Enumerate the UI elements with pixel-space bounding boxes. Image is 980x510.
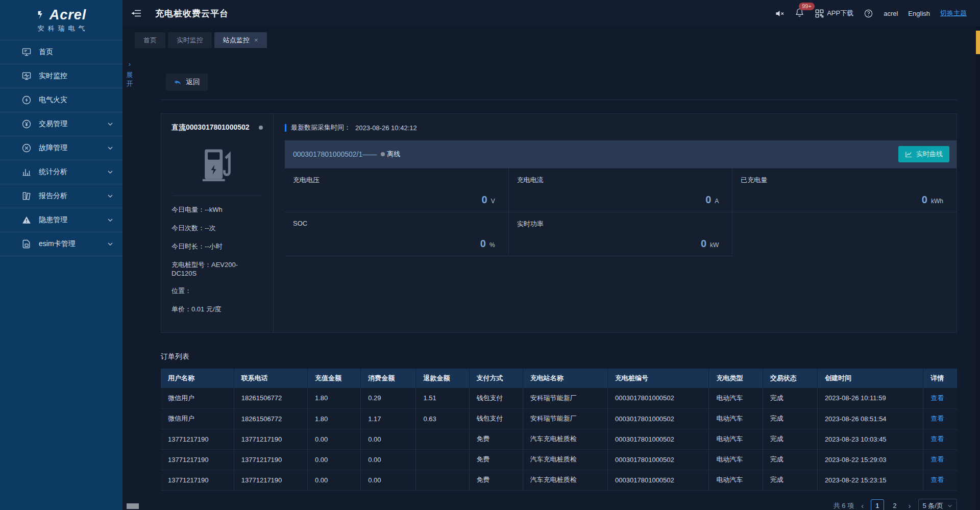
table-cell: 电动汽车 — [709, 470, 763, 490]
esim-icon — [21, 239, 32, 249]
metric-cell: 实时功率0kW — [509, 212, 733, 256]
tab-realtime[interactable]: 实时监控 — [168, 32, 212, 48]
table-cell — [416, 470, 469, 490]
table-cell: 电动汽车 — [709, 449, 763, 470]
theme-switch-link[interactable]: 切换主题 — [940, 9, 967, 18]
metric-label: 充电电压 — [293, 176, 495, 185]
acrel-logo-icon — [36, 9, 47, 20]
metric-unit: % — [489, 241, 495, 249]
stat-value: --kWh — [205, 206, 223, 213]
tab-station-monitor[interactable]: 站点监控× — [214, 32, 267, 48]
device-stat-line: 今日次数：--次 — [172, 224, 263, 233]
back-button[interactable]: 返回 — [166, 74, 208, 91]
device-stats: 今日电量：--kWh今日次数：--次今日时长：--小时充电桩型号：AEV200-… — [172, 205, 263, 314]
orders-header-row: 用户名称联系电话充值金额消费金额退款金额支付方式充电站名称充电桩编号充电类型交易… — [161, 369, 957, 388]
sidebar-expand-control[interactable]: › 展开 — [126, 60, 134, 88]
table-cell: 13771217190 — [234, 449, 307, 470]
table-cell: 完成 — [763, 429, 817, 449]
sidebar-item-transaction[interactable]: 交易管理 — [0, 112, 122, 136]
fault-icon — [21, 143, 32, 153]
prev-page-button[interactable]: ‹ — [860, 502, 865, 510]
pagination: 共 6 项 ‹ 12 › 5 条/页 — [161, 499, 957, 510]
table-row: 微信用户182615067721.800.291.51钱包支付安科瑞节能新厂00… — [161, 388, 957, 408]
sidebar-item-electric-fire[interactable]: 电气火灾 — [0, 88, 122, 112]
metric-label: 已充电量 — [741, 176, 943, 185]
horizontal-scrollbar-thumb[interactable] — [127, 503, 139, 509]
stat-value: 0.01 元/度 — [191, 305, 222, 313]
table-cell: 汽车充电桩质检 — [523, 429, 607, 449]
table-cell: 1.51 — [416, 388, 469, 408]
sidebar-item-esim[interactable]: esim卡管理 — [0, 232, 122, 256]
metric-value: 0 — [922, 194, 927, 205]
expand-label: 展开 — [127, 71, 133, 87]
language-switch[interactable]: English — [908, 10, 930, 17]
vertical-scrollbar[interactable] — [976, 27, 980, 510]
table-cell-detail: 查看 — [923, 449, 957, 470]
column-header: 充值金额 — [308, 369, 361, 388]
next-page-button[interactable]: › — [908, 502, 912, 510]
table-cell-detail: 查看 — [923, 408, 957, 429]
detail-link[interactable]: 查看 — [930, 435, 944, 443]
user-menu[interactable]: acrel — [884, 10, 898, 17]
sidebar-item-statistics[interactable]: 统计分析 — [0, 160, 122, 184]
table-cell: 微信用户 — [161, 388, 234, 408]
sidebar-item-report[interactable]: 报告分析 — [0, 184, 122, 208]
latest-time-value: 2023-08-26 10:42:12 — [355, 124, 417, 132]
app-download-button[interactable]: APP下载 — [815, 9, 853, 18]
stat-label: 今日次数： — [172, 224, 205, 232]
table-cell: 汽车充电桩质检 — [523, 470, 607, 490]
table-cell: 0003017801000502 — [608, 429, 709, 449]
chevron-down-icon — [947, 503, 952, 508]
menu-fold-icon[interactable] — [131, 8, 142, 19]
vertical-scrollbar-thumb[interactable] — [976, 31, 980, 54]
table-cell: 0003017801000502 — [608, 388, 709, 408]
detail-link[interactable]: 查看 — [930, 476, 944, 483]
metric-value-row: 0% — [293, 238, 495, 250]
table-cell: 13771217190 — [234, 429, 307, 449]
column-header: 充电站名称 — [523, 369, 607, 388]
metric-value-row: 0V — [293, 194, 495, 206]
metric-value-row: 0kWh — [741, 194, 943, 206]
table-cell — [416, 429, 469, 449]
sidebar-item-label: 报告分析 — [39, 191, 107, 201]
sidebar-item-hazard[interactable]: 隐患管理 — [0, 208, 122, 232]
chevron-right-icon: › — [126, 60, 134, 69]
sidebar-item-fault[interactable]: 故障管理 — [0, 136, 122, 160]
mute-icon[interactable] — [775, 9, 785, 18]
realtime-curve-label: 实时曲线 — [916, 150, 943, 159]
tab-home[interactable]: 首页 — [135, 32, 165, 48]
stat-label: 今日时长： — [172, 242, 205, 250]
help-icon[interactable] — [864, 9, 873, 18]
page-button-2[interactable]: 2 — [888, 499, 901, 510]
sidebar-item-label: 实时监控 — [39, 71, 113, 81]
realtime-curve-button[interactable]: 实时曲线 — [898, 146, 949, 162]
metric-value: 0 — [701, 238, 706, 249]
sidebar-item-home[interactable]: 首页 — [0, 40, 122, 64]
sidebar-item-realtime-monitor[interactable]: 实时监控 — [0, 64, 122, 88]
close-icon[interactable]: × — [254, 36, 258, 44]
detail-link[interactable]: 查看 — [930, 455, 944, 463]
device-info: 直流0003017801000502 — [161, 114, 274, 332]
device-stat-line: 今日电量：--kWh — [172, 205, 263, 214]
table-cell: 微信用户 — [161, 408, 234, 429]
sidebar-item-label: 交易管理 — [39, 119, 107, 129]
stat-value: --小时 — [205, 242, 223, 250]
transaction-icon — [21, 119, 32, 129]
detail-link[interactable]: 查看 — [930, 394, 944, 402]
metric-label: 实时功率 — [517, 220, 719, 229]
detail-link[interactable]: 查看 — [930, 415, 944, 422]
accent-bar — [285, 124, 286, 132]
sidebar: Acrel 安科瑞电气 首页实时监控电气火灾交易管理故障管理统计分析报告分析隐患… — [0, 0, 122, 510]
table-cell: 0.00 — [361, 429, 416, 449]
line-chart-icon — [905, 151, 913, 158]
qr-code-icon — [815, 9, 824, 18]
page-size-select[interactable]: 5 条/页 — [918, 499, 957, 510]
chevron-down-icon — [107, 217, 113, 223]
report-icon — [21, 191, 32, 201]
orders-table: 用户名称联系电话充值金额消费金额退款金额支付方式充电站名称充电桩编号充电类型交易… — [161, 369, 957, 491]
page-button-1[interactable]: 1 — [871, 499, 884, 510]
notifications-button[interactable]: 99+ — [795, 8, 804, 19]
table-cell: 免费 — [469, 429, 523, 449]
table-cell-detail: 查看 — [923, 470, 957, 490]
column-header: 退款金额 — [416, 369, 469, 388]
